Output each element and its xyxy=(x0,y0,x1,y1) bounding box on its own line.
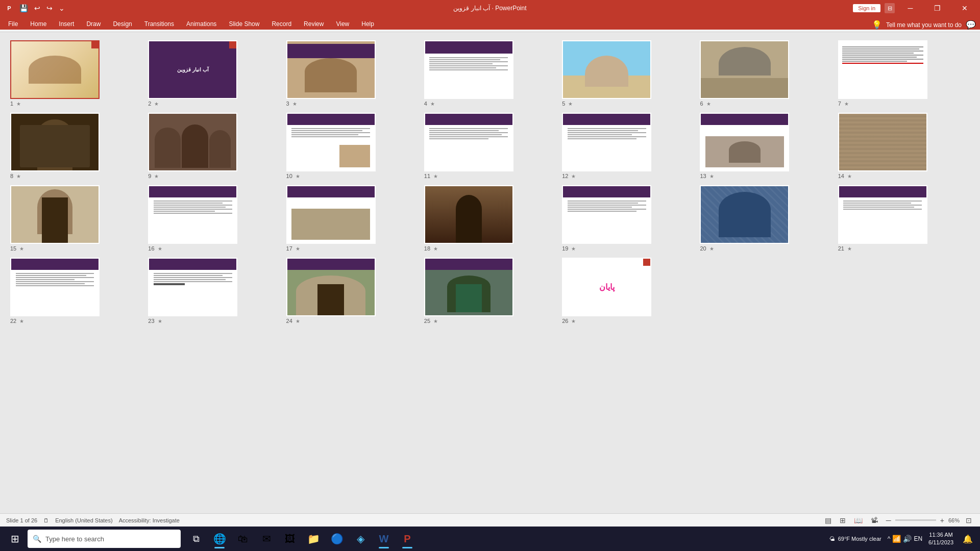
undo-button[interactable]: ↩ xyxy=(32,3,42,13)
show-hidden-icons-button[interactable]: ^ xyxy=(888,535,891,542)
tab-review[interactable]: Review xyxy=(298,18,330,30)
minimize-button[interactable]: ─ xyxy=(899,0,922,16)
taskbar-store[interactable]: 🛍 xyxy=(232,528,254,550)
taskbar-edge-browser[interactable]: 🌐 xyxy=(208,528,231,550)
slide-thumb-6[interactable]: 6 ★ xyxy=(700,40,831,107)
tell-me-label[interactable]: Tell me what you want to do xyxy=(886,21,962,29)
taskbar-widget[interactable]: ◈ xyxy=(349,528,372,550)
slide-thumb-7[interactable]: 7 ★ xyxy=(838,40,970,107)
explorer-icon: 📁 xyxy=(307,533,320,545)
slide-thumb-8[interactable]: 8 ★ xyxy=(10,113,142,179)
slide-number-15: 15 ★ xyxy=(10,245,24,252)
slide-number-9: 9 ★ xyxy=(148,173,159,179)
slide-star-icon: ★ xyxy=(568,101,573,107)
title-bar-left: P 💾 ↩ ↪ ⌄ xyxy=(4,3,67,13)
slide-thumb-22[interactable]: 22 ★ xyxy=(10,258,142,324)
slide-thumb-19[interactable]: 19 ★ xyxy=(562,185,694,252)
slide-sorter-button[interactable]: ⊞ xyxy=(838,515,848,525)
start-button[interactable]: ⊞ xyxy=(4,528,26,549)
slide-thumb-16[interactable]: 16 ★ xyxy=(148,185,280,252)
fit-page-button[interactable]: ⊡ xyxy=(964,515,974,525)
slide-thumb-21[interactable]: 21 ★ xyxy=(838,185,970,252)
taskbar-powerpoint[interactable]: P xyxy=(396,528,419,550)
accessibility-label[interactable]: Accessibility: Investigate xyxy=(119,517,180,523)
slide-thumb-25[interactable]: 25 ★ xyxy=(424,258,556,324)
slide-thumb-5[interactable]: 5 ★ xyxy=(562,40,694,107)
taskbar-mail[interactable]: ✉ xyxy=(255,528,278,550)
tab-animations[interactable]: Animations xyxy=(180,18,223,30)
slide-star-icon: ★ xyxy=(296,173,300,179)
slide-thumb-3[interactable]: 3 ★ xyxy=(286,40,418,107)
slide-number-3: 3 ★ xyxy=(286,101,297,107)
slide-thumb-26[interactable]: پایان 26 ★ xyxy=(562,258,694,324)
system-tray: 🌤 69°F Mostly clear xyxy=(825,536,886,542)
tab-home[interactable]: Home xyxy=(24,18,53,30)
volume-icon[interactable]: 🔊 xyxy=(903,535,912,543)
restore-button[interactable]: ⊟ xyxy=(885,3,895,13)
slide-thumb-4[interactable]: 4 ★ xyxy=(424,40,556,107)
zoom-out-button[interactable]: ─ xyxy=(884,515,893,525)
tab-insert[interactable]: Insert xyxy=(53,18,80,30)
slide-thumb-12[interactable]: 12 ★ xyxy=(562,113,694,179)
slide-number-16: 16 ★ xyxy=(148,245,162,252)
slide-thumb-10[interactable]: 10 ★ xyxy=(286,113,418,179)
taskbar-search-box[interactable]: 🔍 Type here to search xyxy=(28,530,181,548)
slide-thumb-15[interactable]: 15 ★ xyxy=(10,185,142,252)
slide-thumb-17[interactable]: 17 ★ xyxy=(286,185,418,252)
slide-star-icon: ★ xyxy=(709,173,714,179)
slide-thumb-14[interactable]: 14 ★ xyxy=(838,113,970,179)
taskbar-word[interactable]: W xyxy=(373,528,395,550)
reading-view-button[interactable]: 📖 xyxy=(852,515,865,525)
slide-corner-mark xyxy=(643,259,650,266)
word-icon: W xyxy=(379,533,389,545)
tab-transitions[interactable]: Transitions xyxy=(138,18,180,30)
more-quick-access-button[interactable]: ⌄ xyxy=(57,3,67,13)
taskbar-photos[interactable]: 🖼 xyxy=(279,528,301,550)
slide-star-icon: ★ xyxy=(433,318,438,324)
slide-thumb-18[interactable]: 18 ★ xyxy=(424,185,556,252)
taskbar-chrome[interactable]: 🔵 xyxy=(326,528,348,550)
tab-design[interactable]: Design xyxy=(107,18,138,30)
slide-corner-mark xyxy=(229,41,236,48)
tab-file[interactable]: File xyxy=(2,18,24,30)
redo-button[interactable]: ↪ xyxy=(44,3,55,13)
status-bar-right: ▤ ⊞ 📖 📽 ─ + 66% ⊡ xyxy=(823,515,974,525)
slide-thumb-1[interactable]: 1 ★ xyxy=(10,40,142,107)
slide-thumb-2[interactable]: آب انبار قزوین 2 ★ xyxy=(148,40,280,107)
zoom-in-button[interactable]: + xyxy=(938,515,946,525)
ribbon-tabs: File Home Insert Draw Design Transitions… xyxy=(0,16,980,30)
tab-record[interactable]: Record xyxy=(265,18,298,30)
slide-number-19: 19 ★ xyxy=(562,245,576,252)
maximize-button[interactable]: ❐ xyxy=(926,0,949,16)
zoom-slider[interactable] xyxy=(895,519,936,521)
slide-thumb-13[interactable]: 13 ★ xyxy=(700,113,831,179)
network-icon[interactable]: 📶 xyxy=(892,535,901,543)
normal-view-button[interactable]: ▤ xyxy=(823,515,834,525)
slide-star-icon: ★ xyxy=(19,318,24,324)
slide-thumb-23[interactable]: 23 ★ xyxy=(148,258,280,324)
slide-number-2: 2 ★ xyxy=(148,101,159,107)
taskbar-task-view[interactable]: ⧉ xyxy=(185,528,207,550)
tab-view[interactable]: View xyxy=(330,18,355,30)
tab-help[interactable]: Help xyxy=(355,18,380,30)
presenter-view-button[interactable]: 📽 xyxy=(869,515,880,525)
slide-star-icon: ★ xyxy=(154,101,159,107)
windows-icon: ⊞ xyxy=(11,533,19,545)
slide-thumb-9[interactable]: 9 ★ xyxy=(148,113,280,179)
taskbar-clock[interactable]: 11:36 AM 6/11/2023 xyxy=(924,531,958,547)
slide-thumb-20[interactable]: 20 ★ xyxy=(700,185,831,252)
tray-icons: ^ 📶 🔊 EN xyxy=(888,535,922,543)
slide-thumb-24[interactable]: 24 ★ xyxy=(286,258,418,324)
tab-draw[interactable]: Draw xyxy=(80,18,107,30)
close-button[interactable]: ✕ xyxy=(953,0,976,16)
sign-in-button[interactable]: Sign in xyxy=(853,4,880,12)
slide-star-icon: ★ xyxy=(433,246,438,252)
slide-thumb-11[interactable]: 11 ★ xyxy=(424,113,556,179)
taskbar-file-explorer[interactable]: 📁 xyxy=(302,528,325,550)
comment-icon[interactable]: 💬 xyxy=(966,20,976,30)
save-button[interactable]: 💾 xyxy=(17,3,30,13)
notification-button[interactable]: 🔔 xyxy=(960,528,976,550)
edge-icon: 🌐 xyxy=(213,533,226,545)
tab-slideshow[interactable]: Slide Show xyxy=(223,18,265,30)
notes-button[interactable]: 🗒 xyxy=(43,517,49,523)
